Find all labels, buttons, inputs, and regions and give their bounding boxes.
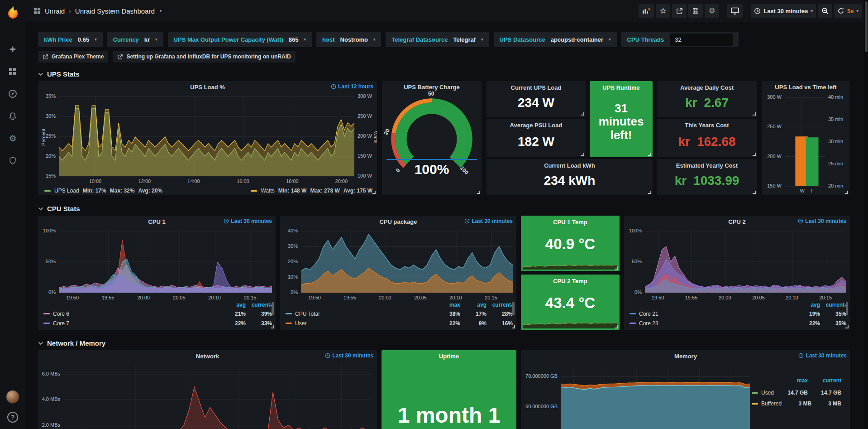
stat-title[interactable]: UPS Runtime bbox=[590, 84, 653, 91]
legend-col-avg[interactable]: avg bbox=[460, 302, 486, 308]
legend-col-max[interactable]: max bbox=[774, 377, 808, 387]
grafana-logo[interactable] bbox=[4, 4, 21, 21]
variable-currency[interactable]: Currency kr ▾ bbox=[107, 32, 163, 47]
panel-resize-handle[interactable] bbox=[648, 153, 651, 156]
panel-title[interactable]: CPU package bbox=[379, 218, 417, 225]
link-ups-monitoring-guide[interactable]: Setting up Grafana and InfluxDB for UPS … bbox=[113, 51, 295, 63]
panel-resize-handle[interactable] bbox=[581, 153, 584, 156]
stat-title[interactable]: This Years Cost bbox=[657, 122, 757, 129]
panel-title[interactable]: Uptime bbox=[439, 353, 459, 360]
panel-time-range[interactable]: Last 30 minutes bbox=[464, 218, 513, 224]
breadcrumb-folder[interactable]: Unraid bbox=[45, 7, 65, 15]
link-grafana-plex-theme[interactable]: Grafana Plex Theme bbox=[38, 51, 108, 63]
legend-col-max[interactable]: max bbox=[434, 302, 460, 308]
sidebar-configuration-button[interactable]: ⚙ bbox=[7, 133, 18, 143]
panel-resize-handle[interactable] bbox=[372, 191, 376, 194]
legend-scrollbar[interactable] bbox=[272, 302, 274, 315]
panel-resize-handle[interactable] bbox=[271, 325, 274, 328]
variable-kwh-price[interactable]: kWh Price 0.65 ▾ bbox=[38, 32, 103, 47]
variable-host[interactable]: host Nostromo ▾ bbox=[316, 32, 381, 47]
legend-col-current[interactable]: current▾ bbox=[820, 302, 846, 308]
sidebar-explore-button[interactable] bbox=[7, 89, 18, 99]
panel-resize-handle[interactable] bbox=[845, 325, 849, 328]
stat-title[interactable]: Average PSU Load bbox=[486, 122, 586, 129]
stat-title[interactable]: Current Load kWh bbox=[486, 162, 653, 169]
refresh-button[interactable]: 5s ▾ bbox=[834, 4, 862, 18]
legend-scrollbar[interactable] bbox=[846, 302, 848, 315]
legend-col-current[interactable]: current▾ bbox=[486, 302, 513, 308]
panel-resize-handle[interactable] bbox=[753, 153, 756, 156]
cpu1-chart[interactable]: 100%50%0%19:5019:5520:0020:0520:1020:15 bbox=[38, 227, 276, 302]
sidebar-dashboards-button[interactable] bbox=[7, 67, 18, 77]
save-dashboard-button[interactable] bbox=[688, 4, 703, 18]
panel-resize-handle[interactable] bbox=[753, 191, 756, 194]
stat-title[interactable]: Estimated Yearly Cost bbox=[657, 162, 757, 169]
sidebar-alerting-button[interactable] bbox=[7, 111, 18, 121]
breadcrumb-dashboard-title[interactable]: Unraid System Dashboard bbox=[75, 7, 155, 15]
panel-resize-handle[interactable] bbox=[581, 112, 584, 116]
panel-title[interactable]: UPS Load % bbox=[190, 84, 225, 91]
row-header-ups-stats[interactable]: UPS Stats bbox=[38, 70, 853, 78]
variable-ups-max-output[interactable]: UPS Max Output Power Capacity (Watt) 865… bbox=[168, 32, 312, 47]
scrollbar-thumb[interactable] bbox=[865, 1, 868, 52]
panel-resize-handle[interactable] bbox=[615, 266, 618, 270]
variable-ups-datasource[interactable]: UPS Datasource apcupsd-container ▾ bbox=[494, 32, 617, 47]
legend-series-user[interactable]: User bbox=[286, 320, 434, 327]
panel-resize-handle[interactable] bbox=[753, 112, 756, 116]
row-header-network-memory[interactable]: Network / Memory bbox=[38, 339, 853, 347]
network-chart[interactable]: 6.0 MBs4.0 MBs2.0 MBs bbox=[38, 362, 377, 429]
ups-load-chart[interactable]: 35%30%25%20%15%300 W250 W200 W150 W100 W… bbox=[38, 93, 377, 185]
panel-time-range[interactable]: Last 30 minutes bbox=[798, 352, 847, 359]
panel-title[interactable]: CPU 1 bbox=[148, 218, 165, 225]
panel-title[interactable]: Memory bbox=[674, 353, 697, 360]
legend-series-used[interactable]: Used bbox=[752, 390, 774, 396]
time-range-picker[interactable]: Last 30 minutes ▾ bbox=[751, 4, 816, 18]
stat-title[interactable]: CPU 2 Temp bbox=[521, 278, 620, 284]
stat-title[interactable]: Average Daily Cost bbox=[657, 84, 757, 91]
legend-col-avg[interactable]: avg bbox=[219, 302, 246, 308]
star-dashboard-button[interactable]: ☆ bbox=[656, 4, 670, 18]
panel-resize-handle[interactable] bbox=[648, 191, 651, 194]
cpu-package-chart[interactable]: 40%30%20%10%0%19:5019:5520:0020:0520:102… bbox=[280, 227, 516, 302]
memory-chart[interactable]: 70.000000 GB60.000000 GB50.000000 GB bbox=[521, 362, 752, 429]
panel-resize-handle[interactable] bbox=[477, 191, 480, 194]
panel-resize-handle[interactable] bbox=[512, 325, 515, 328]
panel-title[interactable]: UPS Load vs Time left bbox=[775, 84, 836, 91]
help-button[interactable]: ? bbox=[7, 412, 18, 423]
legend-series-buffered[interactable]: Buffered bbox=[752, 400, 782, 407]
legend-scrollbar[interactable] bbox=[512, 302, 515, 315]
sidebar-create-button[interactable]: + bbox=[7, 44, 18, 54]
legend-col-avg[interactable]: avg bbox=[794, 302, 820, 308]
panel-title[interactable]: CPU 2 bbox=[728, 218, 745, 225]
cycle-view-mode-button[interactable] bbox=[727, 4, 743, 18]
stat-title[interactable]: CPU 1 Temp bbox=[521, 219, 620, 226]
panel-time-range[interactable]: Last 12 hours bbox=[331, 83, 373, 90]
variable-telegraf-datasource[interactable]: Telegraf Datasource Telegraf ▾ bbox=[386, 32, 489, 47]
legend-series-core23[interactable]: Core 23 bbox=[630, 320, 794, 327]
dashboard-settings-button[interactable]: ⚙ bbox=[705, 4, 719, 18]
legend-col-current[interactable]: current bbox=[808, 377, 841, 387]
cpu-threads-input[interactable]: 32 bbox=[670, 34, 733, 46]
cpu2-chart[interactable]: 100%50%0%19:5019:5520:0020:0520:1020:15 bbox=[624, 227, 850, 302]
add-panel-button[interactable] bbox=[639, 4, 654, 18]
panel-resize-handle[interactable] bbox=[615, 325, 618, 328]
panel-time-range[interactable]: Last 30 minutes bbox=[224, 218, 272, 224]
chevron-down-icon[interactable]: ▾ bbox=[160, 9, 162, 13]
legend-series-ups-load[interactable]: UPS Load Min: 17% Max: 32% Avg: 20% bbox=[44, 188, 162, 194]
panel-title[interactable]: Network bbox=[196, 353, 219, 360]
legend-series-core7[interactable]: Core 7 bbox=[43, 320, 219, 327]
legend-col-current[interactable]: current▾ bbox=[246, 302, 272, 308]
page-scrollbar[interactable] bbox=[864, 0, 868, 429]
ups-bar-chart[interactable]: 300 W250 W200 W150 W40 min35 min30 min25… bbox=[762, 93, 849, 195]
row-header-cpu-stats[interactable]: CPU Stats bbox=[38, 205, 853, 212]
user-avatar[interactable] bbox=[6, 390, 19, 404]
legend-series-cpu-total[interactable]: CPU Total bbox=[286, 311, 434, 317]
panel-time-range[interactable]: Last 30 minutes bbox=[798, 218, 846, 224]
stat-title[interactable]: Current UPS Load bbox=[486, 84, 586, 91]
panel-title[interactable]: UPS Battery Charge bbox=[404, 84, 460, 91]
zoom-out-time-button[interactable] bbox=[818, 4, 832, 18]
sidebar-server-admin-button[interactable] bbox=[7, 155, 18, 165]
legend-series-watts[interactable]: Watts Min: 148 W Max: 278 W Avg: 175 W bbox=[251, 188, 372, 194]
panel-time-range[interactable]: Last 30 minutes bbox=[325, 352, 373, 359]
legend-series-core6[interactable]: Core 6 bbox=[43, 311, 219, 317]
